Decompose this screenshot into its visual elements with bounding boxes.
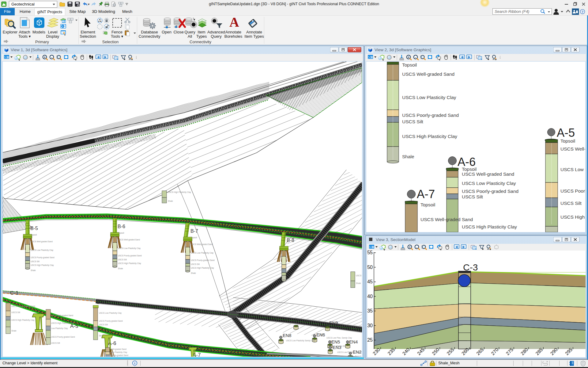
svg-text:Low Plasticity Clay: Low Plasticity Clay: [51, 327, 68, 330]
svg-text:+: +: [408, 55, 409, 59]
svg-text:i: i: [371, 246, 371, 248]
svg-text:-: -: [416, 245, 417, 249]
svg-text:EN8: EN8: [283, 333, 291, 338]
svg-text:USCS Well-graded Sand: USCS Well-graded Sand: [420, 217, 473, 222]
svg-text:?: ?: [582, 10, 583, 14]
svg-text:-: -: [415, 55, 416, 59]
svg-text:USCS Silt: USCS Silt: [118, 259, 127, 261]
svg-text:Topsoil: Topsoil: [191, 236, 197, 239]
svg-text:40: 40: [367, 294, 373, 299]
svg-text:USCS Hig: USCS Hig: [356, 274, 362, 277]
svg-text:A-5: A-5: [557, 126, 575, 139]
svg-text:USCS High Plasticity Clay: USCS High Plasticity Clay: [118, 262, 141, 265]
svg-text:USCS Poorly: USCS Poorly: [560, 188, 585, 194]
svg-text:USCS High Plasticity Clay: USCS High Plasticity Clay: [31, 264, 54, 266]
svg-text:Poorly-graded Sand: Poorly-graded Sand: [111, 354, 128, 357]
svg-text:USCS Silt: USCS Silt: [99, 324, 108, 326]
svg-text:B-7: B-7: [190, 228, 198, 234]
svg-text:USCS Well-graded Sand: USCS Well-graded Sand: [51, 314, 73, 317]
svg-text:USCS Poorly-graded Sand: USCS Poorly-graded Sand: [99, 320, 123, 322]
svg-text:USCS High Plasticity Clay: USCS High Plasticity Clay: [402, 134, 457, 139]
svg-text:USCS Silt: USCS Silt: [11, 311, 20, 313]
svg-text:-: -: [51, 55, 52, 59]
svg-text:Sandy Silt: Sandy Silt: [337, 345, 345, 347]
svg-text:USCS Low Plasticity Clay: USCS Low Plasticity Clay: [99, 312, 122, 314]
svg-text:+: +: [409, 245, 411, 249]
svg-text:Topsoil: Topsoil: [118, 232, 124, 234]
svg-text:Topsoil: Topsoil: [420, 202, 435, 207]
svg-text:A-7: A-7: [417, 188, 435, 201]
svg-text:EN5: EN5: [331, 339, 340, 344]
svg-text:USCS Well-g: USCS Well-g: [560, 146, 585, 151]
svg-text:Shale: Shale: [31, 269, 36, 271]
svg-text:55: 55: [367, 251, 373, 255]
svg-text:B-6: B-6: [118, 224, 125, 229]
svg-text:Shale: Shale: [402, 154, 414, 159]
svg-text:USCS Poorly-graded Sand: USCS Poorly-graded Sand: [118, 255, 142, 257]
svg-text:Shale: Shale: [118, 267, 123, 270]
svg-text:USCS Well-graded Sand: USCS Well-graded Sand: [118, 239, 140, 241]
svg-text:EN9: EN9: [329, 320, 338, 325]
svg-text:C-3: C-3: [96, 299, 104, 305]
svg-text:USCS Poorly-graded Sand: USCS Poorly-graded Sand: [11, 305, 35, 308]
svg-text:Topsoil: Topsoil: [402, 62, 417, 67]
svg-text:Topsoil: Topsoil: [31, 234, 37, 236]
svg-text:USCS Low Plasticity Clay: USCS Low Plasticity Clay: [191, 252, 214, 254]
svg-text:i: i: [62, 25, 63, 28]
svg-text:C-1: C-1: [10, 290, 18, 296]
svg-text:USCS High Plasticity Clay: USCS High Plasticity Clay: [168, 191, 191, 194]
svg-text:Well-graded Sand: Well-graded Sand: [111, 348, 126, 351]
svg-text:USCS Poorly-graded Sand: USCS Poorly-graded Sand: [402, 113, 459, 118]
svg-text:Shale: Shale: [356, 282, 361, 284]
svg-text:C-3: C-3: [463, 262, 478, 272]
svg-text:USCS Low Plasticity Clay: USCS Low Plasticity Clay: [402, 95, 456, 100]
svg-text:Shale: Shale: [191, 272, 196, 274]
svg-text:USCS Low Plasticity Clay: USCS Low Plasticity Clay: [118, 247, 141, 250]
svg-text:USCS Poorly-graded Sand: USCS Poorly-graded Sand: [191, 259, 215, 262]
svg-text:USCS Poorly-graded Sand: USCS Poorly-graded Sand: [51, 336, 75, 338]
svg-text:USCS Silt: USCS Silt: [191, 263, 200, 265]
svg-text:Shale: Shale: [168, 200, 173, 202]
svg-text:USCS High Plasticity Clay: USCS High Plasticity Clay: [51, 322, 74, 324]
svg-text:USCS Silt: USCS Silt: [560, 201, 582, 206]
svg-text:Topsoil: Topsoil: [462, 167, 477, 172]
svg-text:USCS Low Plas. Sandy Clay: USCS Low Plas. Sandy Clay: [326, 337, 352, 339]
svg-text:USCS Well-graded Sand: USCS Well-graded Sand: [402, 71, 454, 77]
svg-text:USCS Silt: USCS Silt: [31, 260, 40, 263]
svg-text:USCS Low Plasticity Sandy Clay: USCS Low Plasticity Sandy Clay: [337, 351, 362, 354]
svg-text:USCS Well-graded Sand: USCS Well-graded Sand: [191, 243, 213, 246]
svg-text:i: i: [369, 56, 370, 59]
svg-text:+: +: [44, 55, 46, 59]
svg-text:USCS High Plasticity Clay: USCS High Plasticity Clay: [191, 267, 214, 269]
svg-text:USCS Poorly-graded Sand: USCS Poorly-graded Sand: [31, 256, 55, 259]
svg-text:A-7: A-7: [193, 352, 201, 357]
svg-text:35: 35: [367, 308, 373, 313]
svg-text:USCS Silt: USCS Silt: [51, 342, 60, 344]
svg-text:USCS Low Plasticity Clay: USCS Low Plasticity Clay: [462, 181, 516, 186]
svg-text:USCS High Plasticity Clay: USCS High Plasticity Clay: [462, 224, 517, 229]
svg-text:EN4: EN4: [349, 339, 358, 344]
svg-text:Topsoil: Topsoil: [560, 138, 575, 144]
svg-text:Shale: Shale: [11, 330, 17, 332]
svg-text:30: 30: [367, 323, 373, 328]
svg-text:25: 25: [367, 337, 373, 343]
svg-text:USCS Silt: USCS Silt: [402, 119, 424, 124]
svg-text:USCS Low Plasticity Sandy Clay: USCS Low Plasticity Sandy Clay: [286, 339, 315, 342]
svg-text:USCS Well-graded Sand: USCS Well-graded Sand: [462, 171, 514, 177]
svg-text:i: i: [134, 361, 135, 365]
svg-text:USCS High Plasticity Clay: USCS High Plasticity Clay: [11, 319, 35, 321]
svg-text:USCS Poorly-graded Sand: USCS Poorly-graded Sand: [462, 189, 518, 194]
svg-text:EN6: EN6: [316, 332, 325, 337]
svg-text:USCS Low Plasticity Clay: USCS Low Plasticity Clay: [31, 249, 54, 251]
svg-text:B-8: B-8: [287, 238, 294, 243]
svg-text:B-5: B-5: [30, 226, 38, 231]
svg-text:45: 45: [367, 279, 373, 284]
svg-text:i: i: [6, 56, 6, 59]
svg-text:USCS High P: USCS High P: [560, 214, 585, 220]
svg-text:Topsoil: Topsoil: [355, 355, 361, 357]
svg-text:50: 50: [367, 265, 373, 270]
svg-text:Low Plasticity Clay: Low Plasticity Clay: [111, 351, 127, 354]
svg-text:USCS Silt: USCS Silt: [462, 194, 483, 199]
svg-text:USCS Well-graded Sand: USCS Well-graded Sand: [31, 240, 53, 243]
svg-text:USCS Low P: USCS Low P: [560, 167, 585, 172]
